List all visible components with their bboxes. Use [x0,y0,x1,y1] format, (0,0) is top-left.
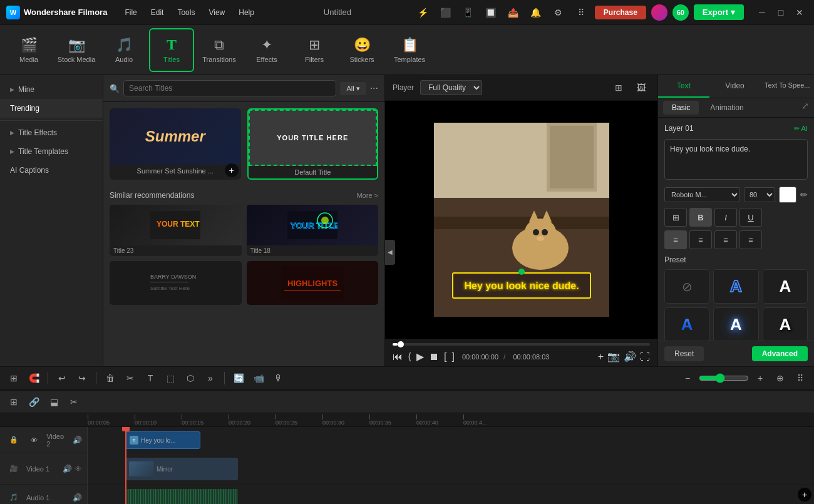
progress-handle[interactable] [398,341,404,347]
color-icon[interactable]: ⬡ [182,369,199,387]
layout-options-icon[interactable]: ⠿ [791,369,809,387]
redo-icon[interactable]: ↪ [73,369,91,387]
delete-icon[interactable]: 🗑 [101,369,119,387]
quality-select[interactable]: Full Quality [420,80,482,95]
color-picker-icon[interactable]: ✏ [800,190,808,200]
sidebar-item-trending[interactable]: Trending [0,99,103,118]
text-content-field[interactable]: Hey you look nice dude. [664,139,808,180]
menu-help[interactable]: Help [232,6,260,19]
preset-glow[interactable]: A [713,307,758,341]
minimize-button[interactable]: ─ [754,4,770,21]
more-effects-icon[interactable]: » [202,369,219,387]
ai-badge[interactable]: ✏ AI [794,125,808,133]
tab-text-to-speech[interactable]: Text To Spee... [760,75,814,98]
close-button[interactable]: ✕ [791,4,808,21]
italic-button[interactable]: I [714,208,737,227]
purchase-button[interactable]: Purchase [595,6,646,19]
more-link[interactable]: More > [356,192,378,199]
stop-button[interactable]: ⏹ [429,351,439,363]
undo-icon[interactable]: ↩ [53,369,71,387]
sidebar-item-title-templates[interactable]: ▶ Title Templates [0,142,103,161]
progress-bar[interactable] [393,343,650,346]
sidebar-item-title-effects[interactable]: ▶ Title Effects [0,123,103,142]
zoom-in-icon[interactable]: + [751,369,769,387]
menu-tools[interactable]: Tools [171,6,201,19]
sidebar-item-mine[interactable]: ▶ Mine [0,80,103,99]
tool-stickers[interactable]: 😀 Stickers [339,28,384,72]
cut-icon[interactable]: ✂ [121,369,139,387]
align-center-button[interactable]: ≡ [689,230,712,249]
crop-icon[interactable]: ⬚ [162,369,179,387]
magnetic-snap-icon[interactable]: 🧲 [25,369,43,387]
camera-icon[interactable]: 📹 [250,369,267,387]
zoom-out-icon[interactable]: − [679,369,696,387]
step-back-button[interactable]: ⟨ [408,351,411,363]
maximize-button[interactable]: □ [773,4,789,21]
more-card-highlights[interactable]: HIGHLIGHTS + [247,261,379,305]
subtab-animation[interactable]: Animation [701,101,752,115]
tool-titles[interactable]: T Titles [149,28,194,72]
play-button[interactable]: ▶ [416,351,424,363]
tl-scissors-icon[interactable]: ✂ [65,393,83,411]
preset-dark[interactable]: A [763,307,808,341]
zoom-slider[interactable] [699,373,749,383]
title-card-summer[interactable]: Summer + Summer Set Sunshine ... [110,108,241,180]
bold-button[interactable]: B [689,208,712,227]
video-clip[interactable]: Mirror [125,458,238,480]
volume-button[interactable]: 🔊 [624,351,636,363]
track-layout-icon[interactable]: ⊞ [5,369,23,387]
expand-icon[interactable]: ⤢ [801,101,809,115]
search-input[interactable] [123,80,336,96]
track1-eye-icon[interactable]: 👁 [75,465,82,473]
tab-text[interactable]: Text [658,75,709,98]
text-icon[interactable]: T [142,369,159,387]
voiceover-icon[interactable]: 🎙 [270,369,287,387]
mark-out-button[interactable]: ] [451,351,454,363]
grid-view-icon[interactable]: ⊞ [610,79,627,96]
more-options-button[interactable]: ··· [370,83,378,94]
align-justify-button[interactable]: ≡ [739,230,762,249]
menu-file[interactable]: File [118,6,143,19]
tl-icon-2[interactable]: 🔗 [25,393,43,411]
tool-media[interactable]: 🎬 Media [6,28,51,72]
tool-audio[interactable]: 🎵 Audio [101,28,147,72]
track1-camera-icon[interactable]: 🎥 [5,460,23,478]
align-left-button[interactable]: ≡ [664,230,687,249]
underline-button[interactable]: U [739,208,762,227]
icon-btn-5[interactable]: 📤 [505,4,522,21]
track1-mute-icon[interactable]: 🔊 [63,465,72,473]
collapse-panel-button[interactable]: ◀ [385,240,395,265]
icon-btn-1[interactable]: ⚡ [415,4,432,21]
align-columns-button[interactable]: ⊞ [664,208,687,227]
text-clip[interactable]: T Hey you lo... [125,431,200,449]
tab-video[interactable]: Video [709,75,761,98]
subtab-basic[interactable]: Basic [663,101,699,115]
more-card-simple[interactable]: BARRY DAWSON Subtitle Text Here + [110,261,242,305]
icon-btn-4[interactable]: 🔲 [482,4,500,21]
sidebar-item-ai-captions[interactable]: AI Captions [0,161,103,180]
track2-lock-icon[interactable]: 🔒 [5,431,22,449]
skip-back-button[interactable]: ⏮ [393,351,403,363]
profile-avatar[interactable] [651,4,667,21]
all-filter-button[interactable]: All ▾ [340,82,366,95]
icon-btn-8[interactable]: ⠿ [572,4,590,21]
preset-outline[interactable]: A [713,269,758,304]
add-track-icon[interactable]: ⊕ [771,369,789,387]
loop-icon[interactable]: 🔄 [230,369,247,387]
preset-blue-gradient[interactable]: A [664,307,709,341]
add-marker-button[interactable]: + [598,351,604,363]
font-size-select[interactable]: 80 [744,187,775,202]
menu-edit[interactable]: Edit [145,6,170,19]
tl-icon-3[interactable]: ⬓ [45,393,63,411]
preset-none[interactable]: ⊘ [664,269,709,304]
fullscreen-button[interactable]: ⛶ [640,351,650,363]
track2-mute-icon[interactable]: 🔊 [73,436,82,445]
audio-clip[interactable] [125,489,238,504]
mark-in-button[interactable]: [ [444,351,446,363]
title-card-default[interactable]: YOUR TITLE HERE Default Title [247,108,379,180]
icon-btn-7[interactable]: ⚙ [550,4,567,21]
advanced-button[interactable]: Advanced [752,346,808,361]
audio-track-icon[interactable]: 🎵 [5,489,23,505]
tool-stock-media[interactable]: 📷 Stock Media [54,28,99,72]
tl-icon-1[interactable]: ⊞ [5,393,23,411]
